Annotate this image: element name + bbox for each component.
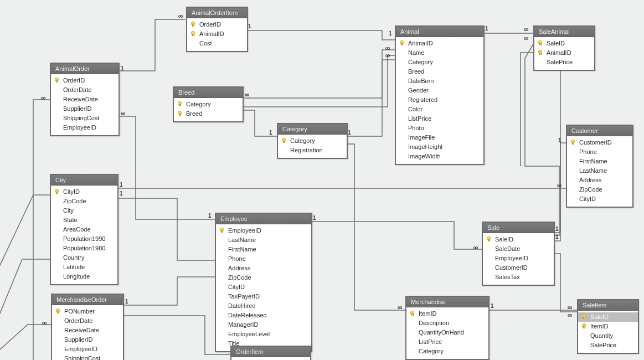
field[interactable]: LastName <box>567 166 632 176</box>
field[interactable]: Population1980 <box>51 244 117 253</box>
field[interactable]: FirstName <box>567 157 632 166</box>
field[interactable]: ZipCode <box>216 273 311 282</box>
field[interactable]: SalePrice <box>534 58 594 67</box>
cardinality-one: 1 <box>121 65 124 71</box>
field[interactable]: Population1990 <box>51 234 117 244</box>
field[interactable]: Category <box>396 58 483 67</box>
field[interactable]: Category <box>174 100 243 109</box>
field[interactable]: SaleID <box>483 235 554 244</box>
entity-order-item[interactable]: OrderItem PONumber <box>230 346 311 360</box>
field[interactable]: ReceiveDate <box>51 95 119 104</box>
field[interactable]: DateHired <box>216 301 311 311</box>
field[interactable]: SupplierID <box>51 104 119 114</box>
field[interactable]: ReceiveDate <box>52 326 123 335</box>
field-list: SaleID AnimalID SalePrice <box>534 37 594 70</box>
field[interactable]: Phone <box>216 254 311 264</box>
field[interactable]: SaleDate <box>483 244 554 254</box>
field[interactable]: EmployeeID <box>52 344 123 354</box>
entity-breed[interactable]: Breed Category Breed <box>173 86 244 122</box>
field[interactable]: SaleID <box>534 39 594 48</box>
field[interactable]: AnimalID <box>534 48 594 58</box>
field[interactable]: Color <box>396 105 483 114</box>
field[interactable]: ImageWidth <box>396 152 483 161</box>
field[interactable]: OrderID <box>187 20 247 29</box>
cardinality-one: 1 <box>313 215 316 221</box>
field[interactable]: SupplierID <box>52 335 123 344</box>
field[interactable]: Longitude <box>51 272 117 281</box>
field[interactable]: CityID <box>567 194 632 204</box>
field[interactable]: ImageHeight <box>396 142 483 152</box>
field[interactable]: AnimalID <box>187 29 247 39</box>
field[interactable]: Cost <box>187 39 247 48</box>
field[interactable]: Country <box>51 253 117 263</box>
field[interactable]: CityID <box>51 187 117 197</box>
field[interactable]: OrderDate <box>52 316 123 326</box>
field[interactable]: ImageFile <box>396 133 483 142</box>
field[interactable]: AreaCode <box>51 225 117 234</box>
cardinality-one: 1 <box>120 182 123 188</box>
field[interactable]: ShippingCost <box>51 114 119 123</box>
field[interactable]: SaleID <box>578 312 638 322</box>
field[interactable]: Address <box>216 264 311 273</box>
entity-city[interactable]: City CityID ZipCode City State AreaCode … <box>50 174 119 285</box>
field[interactable]: OrderDate <box>51 85 119 95</box>
field[interactable]: AnimalID <box>396 39 483 48</box>
field[interactable]: DateBorn <box>396 76 483 86</box>
field[interactable]: EmployeeID <box>483 254 554 263</box>
field[interactable]: Category <box>278 136 347 146</box>
field[interactable]: ItemID <box>578 322 638 331</box>
field[interactable]: FirstName <box>216 245 311 254</box>
field[interactable]: EmployeeID <box>51 123 119 132</box>
field[interactable]: PONumber <box>52 307 123 316</box>
field[interactable]: ManagerID <box>216 320 311 330</box>
field[interactable]: Address <box>567 176 632 185</box>
field[interactable]: Description <box>406 318 488 328</box>
field[interactable]: EmployeeLevel <box>216 330 311 339</box>
field[interactable]: Breed <box>174 109 243 119</box>
entity-sale[interactable]: Sale SaleID SaleDate EmployeeID Customer… <box>482 222 555 286</box>
field[interactable]: Name <box>396 48 483 58</box>
field[interactable]: OrderID <box>51 76 119 85</box>
field[interactable]: DateReleased <box>216 311 311 320</box>
entity-customer[interactable]: Customer CustomerID Phone FirstName Last… <box>566 125 633 208</box>
field[interactable]: Gender <box>396 86 483 95</box>
field[interactable]: State <box>51 215 117 225</box>
field[interactable]: Latitude <box>51 263 117 272</box>
cardinality-many: ∞ <box>398 304 401 311</box>
field[interactable]: SalePrice <box>578 341 638 350</box>
field[interactable]: ShippingCost <box>52 354 123 360</box>
field[interactable]: Breed <box>396 67 483 76</box>
entity-animal-order[interactable]: AnimalOrder OrderID OrderDate ReceiveDat… <box>50 63 120 136</box>
entity-animal[interactable]: Animal AnimalID Name Category Breed Date… <box>395 25 485 165</box>
field[interactable]: ZipCode <box>51 197 117 206</box>
entity-category[interactable]: Category Category Registration <box>277 123 348 159</box>
field[interactable]: City <box>51 206 117 215</box>
field[interactable]: LastName <box>216 235 311 245</box>
field[interactable]: Category <box>406 347 488 356</box>
field[interactable]: CustomerID <box>483 263 554 272</box>
field[interactable]: SalesTax <box>483 272 554 282</box>
field[interactable]: Registered <box>396 95 483 105</box>
entity-merchandise[interactable]: Merchandise ItemID Description QuantityO… <box>405 296 490 360</box>
field[interactable]: EmployeeID <box>216 226 311 235</box>
entity-sale-item[interactable]: SaleItem SaleID ItemID Quantity SalePric… <box>577 299 639 354</box>
entity-animal-order-item[interactable]: AnimalOrderItem OrderID AnimalID Cost <box>186 7 248 52</box>
entity-title: SaleAnimal <box>534 27 594 37</box>
field[interactable]: ListPrice <box>396 114 483 124</box>
field[interactable]: TaxPayerID <box>216 292 311 301</box>
entity-sale-animal[interactable]: SaleAnimal SaleID AnimalID SalePrice <box>533 25 595 71</box>
field[interactable]: ItemID <box>406 309 488 318</box>
field[interactable]: ZipCode <box>567 185 632 194</box>
field[interactable]: Registration <box>278 146 347 155</box>
entity-employee[interactable]: Employee EmployeeID LastName FirstName P… <box>215 213 312 352</box>
field[interactable]: Quantity <box>578 331 638 341</box>
er-diagram-canvas[interactable]: 1 ∞ 1 1 1 ∞ ∞ ∞ ∞ ∞ 1 1 ∞ 1 ∞ 1 1 ∞ 1 ∞ … <box>0 0 644 360</box>
field[interactable]: CustomerID <box>567 138 632 147</box>
field[interactable]: QuantityOnHand <box>406 328 488 337</box>
field[interactable]: ListPrice <box>406 337 488 347</box>
field[interactable]: Photo <box>396 124 483 133</box>
field[interactable]: CityID <box>216 282 311 292</box>
field[interactable]: Phone <box>567 147 632 157</box>
entity-merchandise-order[interactable]: MerchandiseOrder PONumber OrderDate Rece… <box>51 294 124 360</box>
cardinality-one: 1 <box>248 23 251 29</box>
